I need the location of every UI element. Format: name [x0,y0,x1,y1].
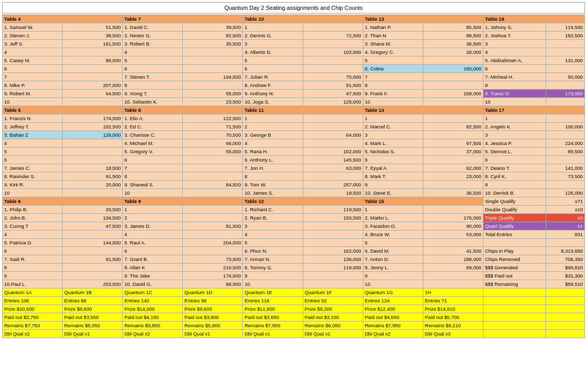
table-row: 10.Paul L 253,500 10. David G. 88,000 10… [3,280,585,288]
t8-header: Table 8 [123,106,243,114]
table-row: 5. Patricia D. 144,000 5. Raul A. 204,00… [3,239,585,247]
t4-r1-name: 1. Samuel W. [3,23,63,32]
table-row: 2. John B. 134,500 2 2. Ryan B. 150,500 … [3,214,585,222]
table-row: 3. Cuong T 47,500 3. James D. 81,500 3 3… [3,222,585,230]
table-row: 7. James C. 18,500 7 7. Jon H. 63,000 7.… [3,164,585,172]
table-row: 3. Jeff S. 161,500 3. Robert B. 35,500 3… [3,40,585,48]
total-entries-value: 831 [546,230,584,239]
total-entries-label: Total Entries [483,230,546,239]
t10-header: Table 10 [243,15,363,23]
bottom-row-6: Dbl Qual x2 Dbl Qual x1 Dbl Qual x2 Dbl … [3,330,585,338]
bottom-row-1: Quantum 1A Quantum 1B Quantum 1C Quantum… [3,288,585,297]
quad-qualify-label: Quad Qualify [483,222,546,230]
table-row: 5. Casey M. 86,000 5 5 5 5. Abdirahman A… [3,56,585,65]
table-row: 5 5. Gregory V. 55,000 5. Rana H. 102,00… [3,148,585,156]
table-row: 10 10. Sebastin K. 23,500 10. Joga S. 12… [3,98,585,106]
table-row: 9. Robert M. 64,500 9. Xiong T. 55,000 9… [3,90,585,98]
table-row: 9. Kirk R. 20,000 9. Shaneal S. 84,500 9… [3,181,585,189]
chips-removed-value: 706,350 [546,255,584,264]
t9-header: Table 9 [123,197,243,206]
bottom-row-4: Paid out $2,750 Paid out $3,550 Paid out… [3,313,585,322]
sss-paid-out-label: $$$ Paid out [483,272,546,280]
sss-generated-value: $90,810 [546,264,584,272]
page: Quantum Day 2 Seating assignments and Ch… [0,0,587,340]
table-row: 6 6 6. Anthony L. 145,500 6 6 [3,156,585,164]
t4-r1-chips: 51,500 [63,23,123,32]
t13-r1-chips: 85,500 [423,23,483,32]
chips-in-play-label: Chips in Play [483,247,546,255]
page-title: Quantum Day 2 Seating assignments and Ch… [2,2,585,13]
table-header-row-2: Table 5 Table 8 Table 11 Table 14 Table … [3,106,585,114]
t16-r1-name: 1. Johnny S. [483,23,546,32]
triple-qualify-label: Triple Qualify [483,214,546,222]
table-row: 8. Ravinder S. 91,500 8 8 8. Mark T. 23,… [3,172,585,181]
chips-in-play-value: 8,313,650 [546,247,584,255]
table-row: 3. Bahao Z 126,000 3. Charisse C. 70,500… [3,131,585,139]
table-row: 7 7. Steven T. 194,500 7. Julian R. 75,0… [3,73,585,81]
table-row: 7. Said R. 91,500 7. Grant B. 73,500 7. … [3,255,585,264]
t13-r1-name: 1. Nathan P. [363,23,423,32]
table-row: 10 10 10. James S. 18,500 10. Steve E. 3… [3,189,585,197]
sss-remaining-value: $59,510 [546,280,584,288]
t15-header: Table 15 [363,197,483,206]
double-qualify-label: Double Qualify [483,206,546,214]
sss-remaining-label: $$$ Remaining [483,280,546,288]
t17-header: Table 17 [483,106,584,114]
table-row: 1. Philip B. 33,500 1 1. Richard C. 119,… [3,206,585,214]
t7-r1-name: 1. David C. [123,23,183,32]
table-row: 2. Jeffrey T. 152,500 2. Ed C. 71,500 2 … [3,123,585,131]
table-row: 6 6 6. Phuc N. 162,000 6. David M. 41,50… [3,247,585,255]
table-header-row-1: Table 4 Table 7 Table 10 Table 13 Table … [3,15,585,23]
sss-generated-label: $$$ Generated [483,264,546,272]
single-qualify-value: x71 [546,197,584,206]
bottom-row-5: Remains $7,750 Remains $5,050 Remains $9… [3,322,585,330]
table-row: 6 6 6 6. Cobra 150,000 6 [3,65,585,73]
quad-qualify-value: x1 [546,222,584,230]
chips-removed-label: Chips Removed [483,255,546,264]
t7-header: Table 7 [123,15,243,23]
t4-header: Table 4 [3,15,123,23]
t7-r1-chips: 39,500 [183,23,243,32]
t11-header: Table 11 [243,106,363,114]
single-qualify-label: Single Qualify [483,197,546,206]
table-row: 1. Francis N 174,500 1. Elio A. 122,500 … [3,114,585,123]
table-row: 9 9. The Jake 176,000 9 9 $$$ Paid out $… [3,272,585,280]
t10-r1-name: 1 [243,23,303,32]
table-row: 2. Steven J. 38,500 2. Nestor G. 82,500 … [3,32,585,40]
table-row: 8. Mike P. 207,000 8 8. Andrew F. 91,500… [3,81,585,90]
t12-header: Table 12 [243,197,363,206]
t14-header: Table 14 [363,106,483,114]
double-qualify-value: x10 [546,206,584,214]
t10-r1-chips [303,23,363,32]
table-header-row-3: Table 6 Table 9 Table 12 Table 15 Single… [3,197,585,206]
main-table: Table 4 Table 7 Table 10 Table 13 Table … [2,14,585,338]
table-row: 4 4 4 4. Bruce W. 53,000 Total Entries 8… [3,230,585,239]
t16-r1-chips: 119,500 [546,23,584,32]
table-row: 4 4. Michael M. 66,000 4 4. Mark L. 97,5… [3,139,585,148]
bottom-row-3: Prize $10,500 Prize $8,600 Prize $14,000… [3,305,585,313]
t13-header: Table 13 [363,15,483,23]
sss-paid-out-value: $31,300 [546,272,584,280]
t5-header: Table 5 [3,106,123,114]
table-row: 4 4 4. Alberto D. 102,500 4. Gregory C. … [3,48,585,56]
t16-header: Table 16 [483,15,584,23]
bottom-row-2: Entries 106 Entries 86 Entries 140 Entri… [3,297,585,305]
t6-header: Table 6 [3,197,123,206]
table-row: 8 8. Allan K 210,500 8. Tommy G. 119,000… [3,264,585,272]
table-row: 1. Samuel W. 51,500 1. David C. 39,500 1… [3,23,585,32]
triple-qualify-value: x0 [546,214,584,222]
